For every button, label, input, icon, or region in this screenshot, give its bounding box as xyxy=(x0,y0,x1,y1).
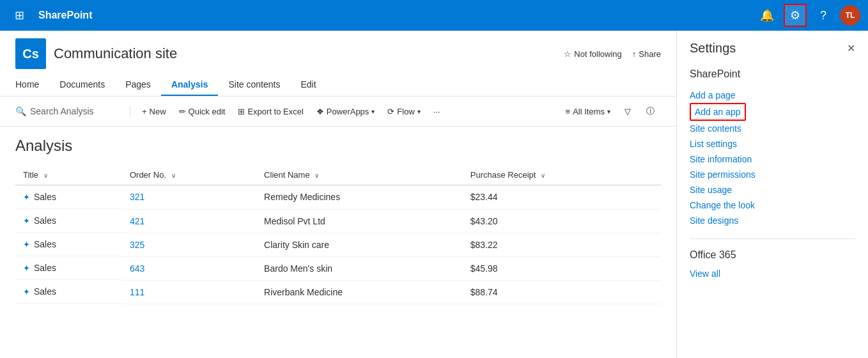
cell-client-4[interactable]: Riverbank Medicine xyxy=(256,280,463,304)
filter-button[interactable]: ▽ xyxy=(618,103,637,120)
search-placeholder: Search Analysis xyxy=(30,106,94,116)
flow-button[interactable]: ⟳ Flow ▾ xyxy=(381,103,426,120)
site-icon: Cs xyxy=(15,38,46,69)
data-table: Title ∨ Order No. ∨ Client Name ∨ Purc xyxy=(15,165,661,304)
col-order-no: Order No. ∨ xyxy=(122,165,256,185)
quick-edit-label: Quick edit xyxy=(189,107,226,116)
top-nav-right: 🔔 ⚙ ? TL xyxy=(756,4,860,27)
tab-site-contents[interactable]: Site contents xyxy=(218,74,290,96)
cell-title-0: ✦ Sales xyxy=(15,185,122,209)
col-client-name: Client Name ∨ xyxy=(256,165,463,185)
item-icon-1: ✦ xyxy=(23,216,30,226)
share-button[interactable]: ↑ Share xyxy=(632,49,661,59)
new-icon: + xyxy=(142,107,147,116)
settings-close-button[interactable]: ✕ xyxy=(847,42,855,54)
tab-home[interactable]: Home xyxy=(15,74,49,96)
cell-order-2: 325 xyxy=(122,233,256,256)
settings-header: Settings ✕ xyxy=(690,41,855,56)
avatar[interactable]: TL xyxy=(840,5,860,26)
cell-title-2: ✦ Sales xyxy=(15,233,122,256)
settings-gear-button[interactable]: ⚙ xyxy=(784,4,807,27)
settings-link-8[interactable]: Site designs xyxy=(690,213,855,228)
table-row[interactable]: ✦ Sales 325 Clarity Skin care $83.22 xyxy=(15,233,661,256)
col-purchase-receipt: Purchase Receipt ∨ xyxy=(463,165,661,185)
close-icon: ✕ xyxy=(847,42,855,54)
table-row[interactable]: ✦ Sales 321 Remedy Medicines $23.44 xyxy=(15,185,661,210)
all-items-button[interactable]: ≡ All Items ▾ xyxy=(561,103,616,120)
cell-receipt-0: $23.44 xyxy=(463,185,661,210)
more-button[interactable]: ··· xyxy=(427,103,447,120)
site-nav: Home Documents Pages Analysis Site conte… xyxy=(15,74,661,96)
item-icon-0: ✦ xyxy=(23,192,30,202)
site-header: Cs Communication site ☆ Not following ↑ … xyxy=(0,31,676,97)
cell-receipt-1: $43.20 xyxy=(463,209,661,233)
new-button[interactable]: + New xyxy=(136,103,173,120)
not-following-label: Not following xyxy=(574,49,621,59)
settings-link-0[interactable]: Add a page xyxy=(690,88,855,103)
cell-receipt-4: $88.74 xyxy=(463,280,661,304)
settings-link-4[interactable]: Site information xyxy=(690,152,855,167)
cell-client-2[interactable]: Clarity Skin care xyxy=(256,233,463,256)
list-title: Analysis xyxy=(15,137,661,155)
settings-link-5[interactable]: Site permissions xyxy=(690,167,855,182)
cell-order-3: 643 xyxy=(122,256,256,280)
title-value-0: Sales xyxy=(34,192,56,202)
toolbar-right: ≡ All Items ▾ ▽ ⓘ xyxy=(561,102,661,121)
not-following-button[interactable]: ☆ Not following xyxy=(564,49,621,59)
app-launcher-button[interactable]: ⊞ xyxy=(8,4,31,27)
help-button[interactable]: ? xyxy=(812,4,835,27)
quick-edit-button[interactable]: ✏ Quick edit xyxy=(173,103,232,120)
info-button[interactable]: ⓘ xyxy=(640,102,661,121)
sort-icon-client: ∨ xyxy=(314,172,319,179)
chevron-down-icon: ▾ xyxy=(371,108,375,115)
more-label: ··· xyxy=(433,107,440,116)
star-icon: ☆ xyxy=(564,49,571,59)
cell-title-3: ✦ Sales xyxy=(15,256,122,280)
settings-link-7[interactable]: Change the look xyxy=(690,198,855,213)
sharepoint-logo: SharePoint xyxy=(38,10,92,21)
table-row[interactable]: ✦ Sales 421 Medisol Pvt Ltd $43.20 xyxy=(15,209,661,233)
cell-order-4: 111 xyxy=(122,280,256,304)
site-actions: ☆ Not following ↑ Share xyxy=(564,49,661,59)
cell-client-0[interactable]: Remedy Medicines xyxy=(256,185,463,210)
cell-client-1[interactable]: Medisol Pvt Ltd xyxy=(256,209,463,233)
settings-link-1[interactable]: Add an app xyxy=(690,103,746,121)
settings-links-container: Add a pageAdd an appSite contentsList se… xyxy=(690,88,855,228)
item-icon-2: ✦ xyxy=(23,240,30,249)
sort-icon-receipt: ∨ xyxy=(541,172,545,179)
cell-order-1: 421 xyxy=(122,209,256,233)
new-label: New xyxy=(150,107,166,116)
cell-receipt-2: $83.22 xyxy=(463,233,661,256)
view-all-link[interactable]: View all xyxy=(690,266,855,281)
list-content: Analysis Title ∨ Order No. ∨ Client N xyxy=(0,127,676,358)
sort-icon-order: ∨ xyxy=(171,172,176,179)
table-row[interactable]: ✦ Sales 643 Bardo Men's skin $45.98 xyxy=(15,256,661,280)
tab-edit[interactable]: Edit xyxy=(290,74,326,96)
filter-icon: ▽ xyxy=(624,107,631,116)
export-excel-button[interactable]: ⊞ Export to Excel xyxy=(231,103,309,120)
share-icon: ↑ xyxy=(632,49,637,59)
pencil-icon: ✏ xyxy=(179,107,186,116)
tab-analysis[interactable]: Analysis xyxy=(161,74,219,96)
table-header-row: Title ∨ Order No. ∨ Client Name ∨ Purc xyxy=(15,165,661,185)
settings-link-6[interactable]: Site usage xyxy=(690,182,855,198)
settings-link-2[interactable]: Site contents xyxy=(690,121,855,136)
tab-documents[interactable]: Documents xyxy=(49,74,115,96)
toolbar: 🔍 Search Analysis + New ✏ Quick edit ⊞ E… xyxy=(0,97,676,127)
table-row[interactable]: ✦ Sales 111 Riverbank Medicine $88.74 xyxy=(15,280,661,304)
search-box[interactable]: 🔍 Search Analysis xyxy=(15,106,130,116)
list-icon: ≡ xyxy=(566,107,571,116)
cell-client-3[interactable]: Bardo Men's skin xyxy=(256,256,463,280)
powerapps-label: PowerApps xyxy=(327,107,369,116)
notifications-button[interactable]: 🔔 xyxy=(756,4,779,27)
site-title-left: Cs Communication site xyxy=(15,38,177,69)
settings-link-3[interactable]: List settings xyxy=(690,136,855,152)
title-value-2: Sales xyxy=(34,239,56,249)
flow-icon: ⟳ xyxy=(387,107,394,116)
chevron-down-icon-flow: ▾ xyxy=(417,108,421,115)
powerapps-button[interactable]: ❖ PowerApps ▾ xyxy=(310,103,381,120)
share-label: Share xyxy=(639,49,661,59)
title-value-3: Sales xyxy=(34,263,56,273)
title-value-1: Sales xyxy=(34,215,56,226)
tab-pages[interactable]: Pages xyxy=(115,74,161,96)
